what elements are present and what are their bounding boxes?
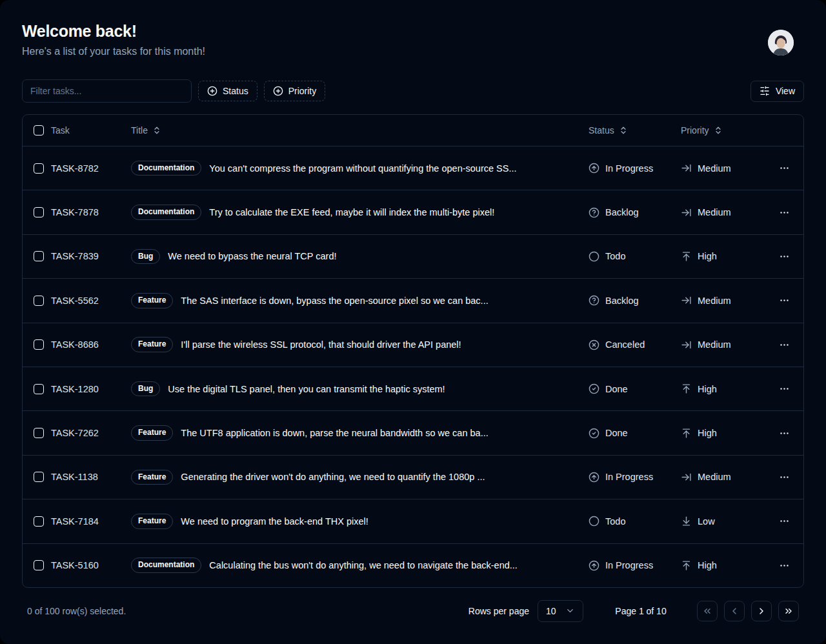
row-checkbox[interactable] [34, 516, 44, 527]
rows-per-page-select[interactable]: 10 [538, 600, 583, 622]
row-actions-button[interactable] [774, 423, 794, 443]
row-actions-button[interactable] [774, 379, 794, 399]
column-header-task: Task [51, 125, 131, 136]
task-status: Backlog [589, 295, 681, 306]
row-checkbox[interactable] [34, 207, 44, 217]
circle-arrow-up-icon [589, 560, 599, 571]
task-title: Try to calculate the EXE feed, maybe it … [209, 207, 494, 217]
last-page-button[interactable] [778, 601, 799, 621]
next-page-button[interactable] [751, 601, 772, 621]
arrow-down-to-line-icon [681, 516, 692, 527]
column-header-priority[interactable]: Priority [681, 125, 765, 136]
filter-tasks-input[interactable] [22, 79, 192, 103]
circle-arrow-up-icon [589, 163, 599, 174]
arrow-up-to-line-icon [681, 560, 692, 571]
previous-page-button[interactable] [724, 601, 745, 621]
task-title: You can't compress the program without q… [209, 163, 516, 174]
task-priority: Medium [681, 339, 765, 350]
table-row[interactable]: TASK-7878 Documentation Try to calculate… [23, 190, 803, 234]
row-checkbox[interactable] [34, 384, 44, 394]
table-row[interactable]: TASK-5562 Feature The SAS interface is d… [23, 278, 803, 322]
select-all-checkbox[interactable] [34, 125, 44, 136]
table-row[interactable]: TASK-1138 Feature Generating the driver … [23, 455, 803, 499]
task-status: Backlog [589, 207, 681, 218]
chevron-left-icon [729, 606, 740, 616]
tasks-page: Welcome back! Here's a list of your task… [0, 0, 826, 644]
ellipsis-icon [779, 339, 790, 350]
table-row[interactable]: TASK-5160 Documentation Calculating the … [23, 543, 803, 587]
priority-filter-button[interactable]: Priority [264, 81, 326, 101]
row-actions-button[interactable] [774, 247, 794, 266]
arrow-right-to-line-icon [681, 295, 692, 306]
arrow-right-to-line-icon [681, 339, 692, 350]
arrow-right-to-line-icon [681, 207, 692, 218]
row-actions-button[interactable] [774, 556, 794, 575]
row-actions-button[interactable] [774, 203, 794, 222]
rows-per-page-value: 10 [546, 606, 556, 616]
sliders-icon [760, 86, 770, 96]
ellipsis-icon [779, 428, 790, 439]
table-row[interactable]: TASK-7184 Feature We need to program the… [23, 499, 803, 543]
row-checkbox[interactable] [34, 251, 44, 261]
ellipsis-icon [779, 560, 790, 571]
task-id: TASK-1138 [51, 472, 131, 482]
table-row[interactable]: TASK-7839 Bug We need to bypass the neur… [23, 234, 803, 278]
task-status: Todo [589, 251, 681, 262]
task-priority: Medium [681, 472, 765, 483]
chevron-down-icon [565, 606, 575, 616]
ellipsis-icon [779, 472, 790, 483]
circle-plus-icon [207, 86, 217, 96]
first-page-button[interactable] [697, 601, 718, 621]
arrow-right-to-line-icon [681, 472, 692, 483]
table-row[interactable]: TASK-8782 Documentation You can't compre… [23, 146, 803, 190]
column-header-title[interactable]: Title [131, 125, 589, 136]
table-row[interactable]: TASK-1280 Bug Use the digital TLS panel,… [23, 367, 803, 410]
pagination-controls [697, 601, 799, 621]
task-id: TASK-7262 [51, 428, 131, 438]
task-type-badge: Documentation [131, 558, 201, 573]
row-checkbox[interactable] [34, 296, 44, 306]
chevrons-left-icon [702, 606, 712, 616]
view-options-button[interactable]: View [750, 81, 804, 102]
task-type-badge: Bug [131, 381, 160, 397]
row-checkbox[interactable] [34, 339, 44, 350]
row-actions-button[interactable] [774, 467, 794, 487]
circle-icon [589, 251, 599, 262]
selection-status-text: 0 of 100 row(s) selected. [27, 606, 126, 616]
row-actions-button[interactable] [774, 335, 794, 354]
task-type-badge: Feature [131, 470, 173, 485]
task-id: TASK-8782 [51, 163, 131, 174]
task-id: TASK-5562 [51, 296, 131, 306]
table-row[interactable]: TASK-7262 Feature The UTF8 application i… [23, 410, 803, 454]
chevron-right-icon [756, 606, 767, 616]
task-title: The UTF8 application is down, parse the … [181, 428, 488, 438]
ellipsis-icon [779, 251, 790, 262]
arrow-up-to-line-icon [681, 383, 692, 394]
task-title: Generating the driver won't do anything,… [181, 472, 485, 482]
row-checkbox[interactable] [34, 560, 44, 570]
arrow-up-to-line-icon [681, 428, 692, 439]
task-priority: Medium [681, 163, 765, 174]
row-actions-button[interactable] [774, 512, 794, 531]
column-header-status[interactable]: Status [589, 125, 681, 136]
row-checkbox[interactable] [34, 472, 44, 482]
row-actions-button[interactable] [774, 291, 794, 310]
task-id: TASK-8686 [51, 339, 131, 350]
view-button-label: View [776, 86, 795, 96]
ellipsis-icon [779, 163, 790, 174]
task-type-badge: Documentation [131, 205, 201, 220]
arrow-up-to-line-icon [681, 251, 692, 262]
circle-plus-icon [273, 86, 283, 96]
task-title: Calculating the bus won't do anything, w… [209, 560, 518, 570]
circle-x-icon [589, 339, 599, 350]
status-filter-button[interactable]: Status [198, 81, 257, 101]
task-title: We need to bypass the neural TCP card! [168, 251, 336, 261]
row-checkbox[interactable] [34, 428, 44, 438]
task-title: We need to program the back-end THX pixe… [181, 516, 368, 527]
row-checkbox[interactable] [34, 163, 44, 174]
user-avatar[interactable] [768, 30, 794, 55]
avatar-image [768, 30, 794, 55]
row-actions-button[interactable] [774, 159, 794, 178]
task-type-badge: Feature [131, 425, 173, 441]
table-row[interactable]: TASK-8686 Feature I'll parse the wireles… [23, 323, 803, 367]
